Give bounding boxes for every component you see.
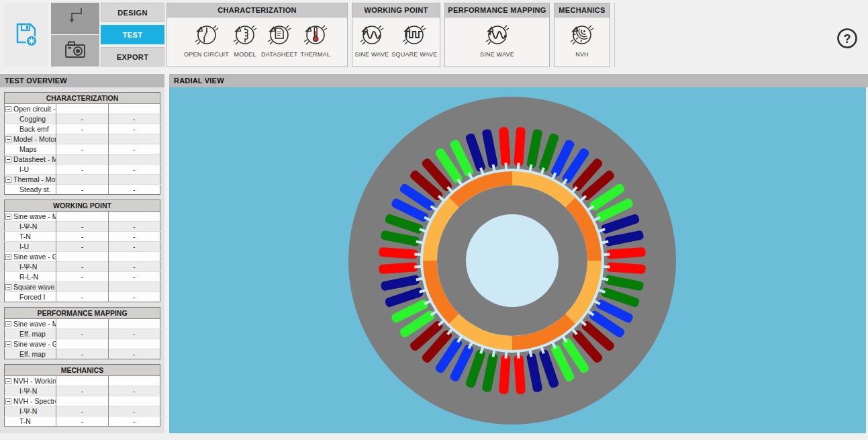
collapse-expander-icon[interactable] bbox=[5, 321, 11, 327]
test-row-sine-wave-motor[interactable]: Sine wave - Motor bbox=[5, 319, 160, 329]
ribbon-item-thermal[interactable]: THERMAL bbox=[299, 23, 331, 58]
test-row-square-wave-motor[interactable]: Square wave - Motor bbox=[5, 282, 160, 292]
ribbon-item-datasheet[interactable]: DATASHEET bbox=[260, 23, 299, 58]
ribbon-item-square-wave[interactable]: SQUARE WAVE bbox=[390, 23, 438, 58]
overview-table-working-point: WORKING POINTSine wave - MotorI-Ψ-N--T-N… bbox=[4, 200, 160, 302]
result-cell: - bbox=[56, 416, 108, 427]
test-row-i-n[interactable]: I-Ψ-N-- bbox=[5, 262, 160, 272]
ribbon-group-title: MECHANICS bbox=[554, 3, 610, 17]
ribbon-item-open-circuit[interactable]: OPEN CIRCUIT bbox=[183, 23, 230, 58]
camera-icon bbox=[62, 39, 88, 63]
result-cell: - bbox=[56, 124, 108, 134]
test-row-steady-st[interactable]: Steady st.-- bbox=[5, 185, 160, 195]
ribbon-item-sine-wave[interactable]: SINE WAVE bbox=[479, 23, 516, 58]
toolbar: DESIGNTESTEXPORT CHARACTERIZATION OPEN C… bbox=[0, 0, 868, 70]
test-row-i-n[interactable]: I-Ψ-N-- bbox=[5, 222, 160, 232]
result-cell: - bbox=[108, 416, 160, 427]
result-cell: - bbox=[108, 349, 160, 359]
datasheet-icon bbox=[266, 23, 293, 50]
test-row-nvh-spectrogram[interactable]: NVH - Spectrogram bbox=[5, 396, 160, 406]
ribbon-item-label: MODEL bbox=[234, 51, 256, 58]
test-row-eff-map[interactable]: Eff. map-- bbox=[5, 349, 160, 359]
overview-table-performance-mapping: PERFORMANCE MAPPINGSine wave - MotorEff.… bbox=[4, 307, 160, 359]
test-row-label: Sine wave - Motor bbox=[5, 212, 56, 222]
result-cell: - bbox=[56, 272, 108, 282]
test-row-t-n[interactable]: T-N-- bbox=[5, 416, 160, 427]
collapse-expander-icon[interactable] bbox=[5, 214, 11, 220]
test-row-sine-wave-motor[interactable]: Sine wave - Motor bbox=[5, 212, 160, 222]
test-row-label: Cogging bbox=[5, 114, 56, 124]
tab-test[interactable]: TEST bbox=[101, 25, 164, 44]
test-row-model-motor[interactable]: Model - Motor bbox=[5, 134, 160, 144]
ribbon-group-body: NVH bbox=[554, 17, 610, 67]
result-cell: - bbox=[56, 114, 108, 124]
result-cell bbox=[108, 319, 160, 329]
test-row-forced-i[interactable]: Forced I-- bbox=[5, 292, 160, 302]
tab-design[interactable]: DESIGN bbox=[101, 3, 164, 22]
ribbon-group-title: PERFORMANCE MAPPING bbox=[445, 3, 549, 17]
help-button[interactable]: ? bbox=[836, 27, 859, 50]
test-row-datasheet-motor[interactable]: Datasheet - Motor bbox=[5, 155, 160, 165]
test-row-thermal-motor-gen[interactable]: Thermal - Motor & Gen... bbox=[5, 175, 160, 185]
test-row-label: NVH - Working Point bbox=[5, 376, 56, 386]
ribbon-item-sine-wave[interactable]: SINE WAVE bbox=[353, 23, 390, 58]
test-row-t-n[interactable]: T-N-- bbox=[5, 232, 160, 242]
screenshot-button[interactable] bbox=[51, 35, 99, 67]
test-row-r-l-n[interactable]: R-L-N-- bbox=[5, 272, 160, 282]
result-cell bbox=[108, 134, 160, 144]
collapse-expander-icon[interactable] bbox=[5, 284, 11, 290]
test-row-eff-map[interactable]: Eff. map-- bbox=[5, 329, 160, 339]
test-row-label: Eff. map bbox=[5, 329, 56, 339]
result-cell bbox=[56, 319, 108, 329]
result-cell: - bbox=[56, 232, 108, 242]
ribbon-item-label: SQUARE WAVE bbox=[391, 51, 437, 58]
square-wave-icon bbox=[401, 23, 428, 50]
test-row-maps[interactable]: Maps-- bbox=[5, 144, 160, 155]
test-row-cogging[interactable]: Cogging-- bbox=[5, 114, 160, 124]
test-row-label: Sine wave - Generator bbox=[5, 252, 56, 262]
collapse-expander-icon[interactable] bbox=[5, 177, 11, 183]
collapse-expander-icon[interactable] bbox=[5, 157, 11, 163]
result-cell: - bbox=[108, 406, 160, 416]
ribbon-item-model[interactable]: MODEL bbox=[230, 23, 260, 58]
result-cell bbox=[108, 104, 160, 114]
ribbon-group-body: OPEN CIRCUIT MODEL DATASHEET THERMAL bbox=[167, 17, 347, 67]
ribbon-item-label: SINE WAVE bbox=[354, 51, 389, 58]
test-row-sine-wave-generator[interactable]: Sine wave - Generator bbox=[5, 339, 160, 349]
result-cell: - bbox=[108, 124, 160, 134]
collapse-expander-icon[interactable] bbox=[5, 106, 11, 112]
test-row-i-u[interactable]: I-U-- bbox=[5, 165, 160, 175]
result-cell: - bbox=[56, 222, 108, 232]
test-row-label: Model - Motor bbox=[5, 134, 56, 144]
result-cell: - bbox=[108, 386, 160, 396]
test-row-open-circuit-motor[interactable]: Open circuit - Motor & ... bbox=[5, 104, 160, 114]
ribbon-group-body: SINE WAVE bbox=[445, 17, 549, 67]
result-cell: - bbox=[56, 242, 108, 252]
coil-icon bbox=[232, 23, 258, 50]
test-row-nvh-working-point[interactable]: NVH - Working Point bbox=[5, 376, 160, 386]
save-button[interactable] bbox=[4, 3, 48, 67]
test-row-label: T-N bbox=[5, 232, 56, 242]
collapse-expander-icon[interactable] bbox=[5, 398, 11, 404]
result-cell bbox=[56, 252, 108, 262]
test-row-back-emf[interactable]: Back emf-- bbox=[5, 124, 160, 134]
test-row-i-u[interactable]: I-U-- bbox=[5, 242, 160, 252]
result-cell: - bbox=[108, 262, 160, 272]
collapse-expander-icon[interactable] bbox=[5, 136, 11, 142]
test-row-i-n[interactable]: I-Ψ-N-- bbox=[5, 406, 160, 416]
test-row-label: Back emf bbox=[5, 124, 56, 134]
result-cell bbox=[108, 376, 160, 386]
radial-view-canvas bbox=[169, 87, 866, 433]
ribbon-item-label: DATASHEET bbox=[261, 51, 297, 58]
test-row-label: I-Ψ-N bbox=[5, 222, 56, 232]
tab-export[interactable]: EXPORT bbox=[101, 47, 164, 67]
test-row-i-n[interactable]: I-Ψ-N-- bbox=[5, 386, 160, 396]
collapse-expander-icon[interactable] bbox=[5, 254, 11, 260]
undo-button[interactable] bbox=[51, 3, 99, 34]
ribbon-item-nvh[interactable]: NVH bbox=[567, 23, 597, 58]
mode-tabs: DESIGNTESTEXPORT bbox=[101, 3, 164, 67]
collapse-expander-icon[interactable] bbox=[5, 378, 11, 384]
result-cell: - bbox=[108, 165, 160, 175]
test-row-sine-wave-generator[interactable]: Sine wave - Generator bbox=[5, 252, 160, 262]
collapse-expander-icon[interactable] bbox=[5, 341, 11, 347]
